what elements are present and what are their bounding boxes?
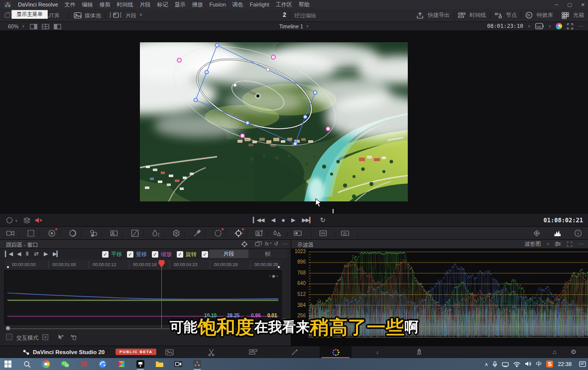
qualifier-icon[interactable] [151,229,160,238]
go-last-frame-button[interactable]: ▶▶▎ [302,217,313,223]
interactive-mode-checkbox[interactable] [6,334,12,340]
sogou-icon[interactable]: S [546,361,553,368]
graph-zoom-slider-knob[interactable] [6,326,10,330]
picker-icon[interactable] [193,229,202,238]
tracker-palette-icon[interactable] [234,229,243,238]
pan-checkbox[interactable]: ✓ [102,251,109,258]
delete-tracker-point-icon[interactable] [71,334,78,341]
clock[interactable]: 22:38 [558,361,572,367]
tracker-options-icon[interactable]: ⋯ [282,241,288,247]
app-name-menu[interactable]: DaVinci Resolve [18,1,58,7]
viewer-options-icon[interactable]: ⋯ [578,23,584,29]
menu-workspace[interactable]: 工作区 [276,1,292,8]
menu-timeline[interactable]: 时间线 [117,1,133,8]
gallery-grid-view-icon[interactable] [42,24,49,29]
keyframe-nav-icons[interactable]: ‹◆› [269,274,279,278]
effects-library-icon[interactable]: fx [525,11,533,19]
capcut-app-icon[interactable] [134,358,146,370]
window-palette-icon[interactable] [214,229,223,238]
track-forward-first-button[interactable]: ▶▎ [53,251,60,257]
volume-tray-icon[interactable] [525,361,531,368]
tab-frame[interactable]: 帧 [248,250,287,258]
menu-help[interactable]: 帮助 [299,1,310,8]
tilt-checkbox[interactable]: ✓ [127,251,133,258]
key-palette-icon[interactable] [293,229,302,238]
camera-raw-hq-icon[interactable]: HQ [535,23,544,29]
color-wheels-icon[interactable] [47,229,56,238]
menu-clip[interactable]: 片段 [140,1,151,8]
scope-settings-icon[interactable] [555,241,561,247]
sizing-palette-icon[interactable] [26,229,35,238]
menu-color[interactable]: 调色 [233,1,243,8]
viewer-zoom-select[interactable]: 60% [8,23,18,29]
wps-icon[interactable]: W [78,358,90,370]
minimize-button[interactable]: ─ [555,2,558,7]
menu-fairlight[interactable]: Fairlight [250,1,269,7]
luts-palette-icon[interactable] [110,229,118,238]
video-frame[interactable] [140,42,408,201]
clip-icon[interactable] [113,12,119,18]
timeline-panel-button[interactable]: 时间线 [470,11,486,19]
maximize-button[interactable]: ▢ [567,2,572,7]
nodes-panel-button[interactable]: 节点 [506,11,517,19]
menu-fusion[interactable]: Fusion [210,1,226,7]
curves-icon[interactable] [130,229,139,238]
quick-export-button[interactable]: 快捷导出 [428,11,450,19]
reset-icon[interactable]: ↺ [274,241,278,247]
play-button[interactable]: ▶ [291,217,295,223]
page-cut[interactable] [195,346,227,358]
track-reverse-last-button[interactable]: ▎◀ [5,251,12,257]
search-icon[interactable] [21,358,33,370]
start-button[interactable] [2,358,14,370]
tracker-graph[interactable]: ‹◆› 10.10 28.25 0.96 0.01 [4,270,282,325]
magic-mask-icon[interactable] [255,229,264,238]
mute-audio-icon[interactable] [35,217,42,224]
tray-expand-icon[interactable]: ∧ [484,362,488,367]
scope-options-icon[interactable]: ⋯ [578,241,584,247]
tracker-target-icon[interactable] [241,241,248,248]
browser-blue-icon[interactable] [97,358,109,370]
tracker-ruler[interactable]: 00:00:00:00 00:00:01:06 00:00:02:12 00:0… [5,260,282,270]
menu-view[interactable]: 显示 [175,1,186,8]
hdr-wheels-icon[interactable] [68,229,77,238]
primaries-bars-icon[interactable] [89,229,98,238]
browser-chrome-icon[interactable] [40,358,52,370]
media-pool-icon[interactable] [74,12,82,19]
go-first-frame-button[interactable]: ▎◀◀ [253,217,264,223]
page-deliver[interactable] [403,346,435,358]
settings-gear-icon[interactable]: ⚙ [571,348,577,356]
wifi-tray-icon[interactable] [513,362,520,367]
color-warper-icon[interactable] [172,229,181,238]
tab-clip[interactable]: 片段 [209,250,248,258]
layers-icon[interactable] [23,217,31,223]
menu-trim[interactable]: 修剪 [100,1,111,8]
step-back-button[interactable]: ◀ [271,217,274,223]
page-edit[interactable] [237,346,269,358]
blur-palette-icon[interactable] [272,229,281,238]
clip-button[interactable]: 片段 [125,12,136,19]
stop-button[interactable]: ■ [282,217,284,223]
nodes-panel-icon[interactable] [494,12,502,19]
timeline-select[interactable]: Timeline 1 [279,23,303,29]
scope-mode-select[interactable]: 波形图 [525,240,541,248]
track-reverse-button[interactable]: ◀ [17,251,20,257]
home-button[interactable]: ⌂ [553,348,557,356]
proxy-circle-icon[interactable] [6,217,13,224]
scrub-position-tick[interactable] [333,209,334,213]
rotate-checkbox[interactable]: ✓ [177,251,183,258]
camera-raw-tool-icon[interactable] [6,229,15,238]
effects-library-button[interactable]: 特效库 [537,11,553,19]
color-enhance-icon[interactable]: ✦ [556,23,562,29]
add-tracker-point-icon[interactable] [57,334,64,341]
davinci-logo-icon[interactable] [4,1,11,8]
microphone-tray-icon[interactable] [492,361,497,368]
lightbox-icon[interactable] [562,12,569,19]
panel-scroll-dot[interactable] [283,318,286,322]
stereo-3d-icon[interactable]: 3D [341,229,350,238]
graph-zoom-slider-track[interactable] [7,328,279,329]
video-app-icon[interactable] [172,358,184,370]
compare-icon[interactable] [255,241,262,248]
single-clip-view-icon[interactable] [30,24,37,29]
notification-center-icon[interactable] [579,361,586,367]
sizing-tool-icon[interactable] [319,229,328,238]
